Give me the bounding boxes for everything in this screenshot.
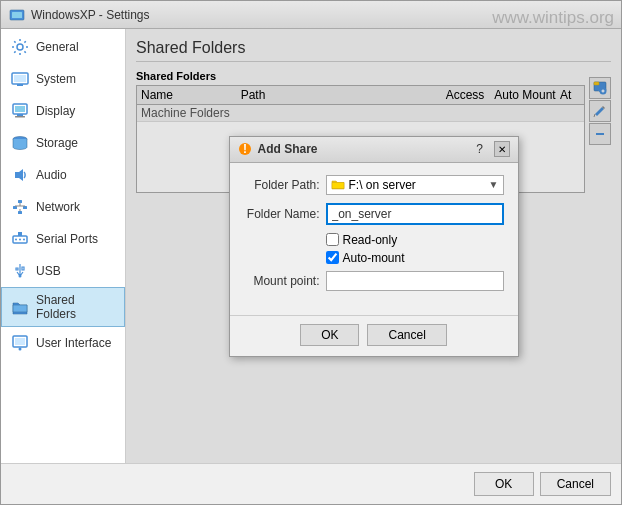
add-share-dialog: ! Add Share ? ✕ Folder Path: [229, 136, 519, 357]
readonly-label: Read-only [343, 233, 398, 247]
mount-point-control [326, 271, 504, 291]
folder-icon [331, 179, 345, 190]
folder-name-label: Folder Name: [244, 207, 326, 221]
sidebar-item-usb[interactable]: USB [1, 255, 125, 287]
svg-rect-5 [17, 84, 23, 86]
mount-point-label: Mount point: [244, 274, 326, 288]
serial-icon [10, 229, 30, 249]
modal-cancel-button[interactable]: Cancel [367, 324, 446, 346]
folder-path-label: Folder Path: [244, 178, 326, 192]
modal-titlebar: ! Add Share ? ✕ [230, 137, 518, 163]
automount-checkbox[interactable] [326, 251, 339, 264]
window-title: WindowsXP - Settings [31, 8, 613, 22]
sidebar-label-audio: Audio [36, 168, 67, 182]
folder-path-control: F:\ on server ▼ [326, 175, 504, 195]
cancel-button[interactable]: Cancel [540, 472, 611, 496]
modal-help-button[interactable]: ? [472, 141, 488, 157]
modal-title: Add Share [258, 142, 466, 156]
folder-name-row: Folder Name: [244, 203, 504, 225]
sidebar-label-serial-ports: Serial Ports [36, 232, 98, 246]
svg-rect-7 [15, 106, 25, 112]
app-icon [9, 7, 25, 23]
ok-button[interactable]: OK [474, 472, 534, 496]
ui-icon [10, 333, 30, 353]
svg-rect-12 [18, 200, 22, 203]
display-icon [10, 101, 30, 121]
folder-name-control [326, 203, 504, 225]
sidebar-item-system[interactable]: System [1, 63, 125, 95]
modal-buttons: OK Cancel [230, 315, 518, 356]
shared-folders-icon [10, 297, 30, 317]
sidebar-label-display: Display [36, 104, 75, 118]
readonly-row: Read-only [326, 233, 504, 247]
sidebar-label-storage: Storage [36, 136, 78, 150]
sidebar-label-system: System [36, 72, 76, 86]
sidebar-label-shared-folders: Shared Folders [36, 293, 116, 321]
sidebar-label-usb: USB [36, 264, 61, 278]
svg-point-25 [19, 275, 22, 278]
sidebar-item-serial-ports[interactable]: Serial Ports [1, 223, 125, 255]
main-window: WindowsXP - Settings www.wintips.org Gen… [0, 0, 622, 505]
svg-marker-11 [15, 169, 23, 181]
storage-icon [10, 133, 30, 153]
network-icon [10, 197, 30, 217]
modal-body: Folder Path: F:\ on server ▼ [230, 163, 518, 311]
svg-point-28 [19, 348, 22, 351]
modal-close-button[interactable]: ✕ [494, 141, 510, 157]
readonly-checkbox[interactable] [326, 233, 339, 246]
svg-rect-4 [14, 75, 26, 82]
svg-rect-27 [15, 338, 25, 345]
bottom-bar: OK Cancel [1, 463, 621, 504]
sidebar-item-audio[interactable]: Audio [1, 159, 125, 191]
automount-label: Auto-mount [343, 251, 405, 265]
folder-name-input[interactable] [326, 203, 504, 225]
sidebar-item-shared-folders[interactable]: Shared Folders [1, 287, 125, 327]
usb-icon [10, 261, 30, 281]
svg-rect-15 [18, 211, 22, 214]
svg-text:!: ! [243, 142, 247, 156]
sidebar-label-user-interface: User Interface [36, 336, 111, 350]
svg-rect-24 [18, 232, 22, 236]
audio-icon [10, 165, 30, 185]
content-area: Shared Folders Shared Folders Name Path … [126, 29, 621, 463]
mount-point-input[interactable] [326, 271, 504, 291]
main-area: General System [1, 29, 621, 463]
svg-point-21 [15, 239, 17, 241]
sidebar-item-display[interactable]: Display [1, 95, 125, 127]
gear-icon [10, 37, 30, 57]
modal-overlay: ! Add Share ? ✕ Folder Path: [126, 29, 621, 463]
system-icon [10, 69, 30, 89]
folder-path-row: Folder Path: F:\ on server ▼ [244, 175, 504, 195]
svg-point-2 [17, 44, 23, 50]
svg-point-22 [19, 239, 21, 241]
sidebar-item-storage[interactable]: Storage [1, 127, 125, 159]
mount-point-row: Mount point: [244, 271, 504, 291]
sidebar-item-general[interactable]: General [1, 31, 125, 63]
sidebar-item-user-interface[interactable]: User Interface [1, 327, 125, 359]
dropdown-arrow-icon[interactable]: ▼ [489, 179, 499, 190]
sidebar-label-general: General [36, 40, 79, 54]
svg-rect-8 [17, 114, 23, 116]
svg-point-23 [23, 239, 25, 241]
sidebar-item-network[interactable]: Network [1, 191, 125, 223]
modal-ok-button[interactable]: OK [300, 324, 359, 346]
titlebar: WindowsXP - Settings [1, 1, 621, 29]
modal-icon: ! [238, 142, 252, 156]
sidebar: General System [1, 29, 126, 463]
automount-row: Auto-mount [326, 251, 504, 265]
sidebar-label-network: Network [36, 200, 80, 214]
svg-rect-9 [15, 116, 25, 118]
svg-rect-1 [12, 12, 22, 18]
folder-path-input-container[interactable]: F:\ on server ▼ [326, 175, 504, 195]
folder-path-value: F:\ on server [349, 178, 485, 192]
